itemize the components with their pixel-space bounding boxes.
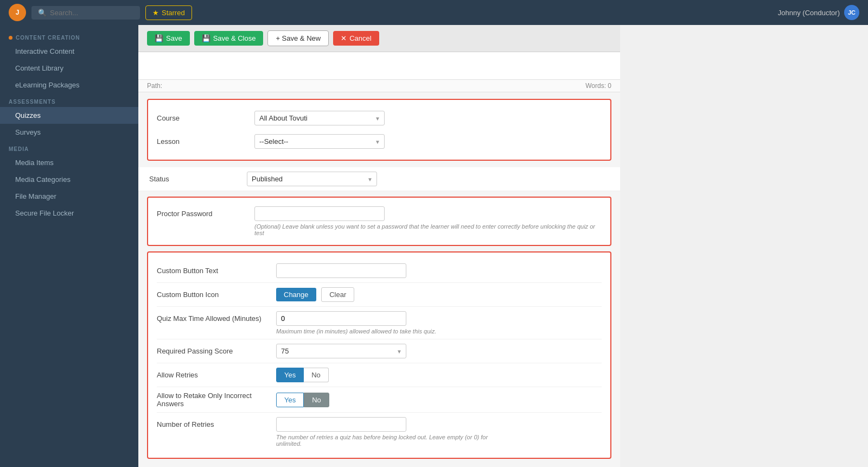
status-select[interactable]: Published [247,172,377,186]
allow-retries-toggle: Yes No [276,368,329,382]
allow-retake-toggle: Yes No [276,393,329,407]
topbar-search[interactable]: 🔍 [31,6,140,20]
course-label: Course [157,114,254,122]
path-bar: Path: Words: 0 [138,79,620,92]
proctor-label: Proctor Password [157,206,254,218]
sidebar-item-media-items[interactable]: Media Items [0,154,138,171]
course-lesson-section: Course All About Tovuti ▼ Lesson --Selec… [147,99,611,161]
number-retries-hint: The number of retries a quiz has before … [276,434,515,447]
sidebar-item-surveys[interactable]: Surveys [0,124,138,141]
allow-retries-row: Allow Retries Yes No [157,363,602,387]
app-logo: J [9,4,26,21]
quiz-options-section: Custom Button Text Custom Button Icon Ch… [147,251,611,459]
main-content: 💾 Save 💾 Save & Close + Save & New ✕ Can… [138,25,620,467]
custom-button-icon-row: Custom Button Icon Change Clear [157,283,602,307]
lesson-select[interactable]: --Select-- [254,134,385,149]
quiz-max-time-label: Quiz Max Time Allowed (Minutes) [157,311,276,323]
allow-retries-label: Allow Retries [157,371,276,379]
lesson-label: Lesson [157,137,254,146]
custom-button-text-label: Custom Button Text [157,267,276,275]
search-input[interactable] [50,9,126,17]
sidebar-section-media: MEDIA [0,141,138,154]
passing-score-label: Required Passing Score [157,347,276,355]
avatar: JC [844,5,859,20]
save-close-button[interactable]: 💾 Save & Close [194,31,264,46]
quiz-max-time-row: Quiz Max Time Allowed (Minutes) Maximum … [157,307,602,339]
search-icon: 🔍 [38,9,47,17]
toolbar: 💾 Save 💾 Save & Close + Save & New ✕ Can… [138,25,620,52]
sidebar-item-secure-file-locker[interactable]: Secure File Locker [0,205,138,222]
sidebar-item-interactive-content[interactable]: Interactive Content [0,43,138,60]
save-close-icon: 💾 [202,34,210,42]
sidebar-item-file-manager[interactable]: File Manager [0,188,138,205]
form-area: Path: Words: 0 Course All About Tovuti ▼ [138,52,620,467]
allow-retake-no[interactable]: No [304,393,329,407]
passing-score-select[interactable]: 7580859095100 [276,344,406,358]
passing-score-row: Required Passing Score 7580859095100 ▼ [157,339,602,363]
proctor-row: Proctor Password (Optional) Leave blank … [157,204,602,238]
status-row: Status Published ▼ [138,167,620,191]
proctor-input[interactable] [254,206,385,221]
lesson-control: --Select-- ▼ [254,134,385,149]
save-button[interactable]: 💾 Save [147,31,190,46]
number-retries-row: Number of Retries The number of retries … [157,413,602,451]
allow-retries-yes[interactable]: Yes [276,368,304,382]
allow-retake-yes[interactable]: Yes [276,393,304,407]
quiz-max-time-input[interactable] [276,311,406,326]
cancel-button[interactable]: ✕ Cancel [333,31,379,46]
sidebar-section-assessments: ASSESSMENTS [0,93,138,107]
save-new-button[interactable]: + Save & New [267,30,329,46]
allow-retake-label: Allow to Retake Only Incorrect Answers [157,392,276,408]
course-control: All About Tovuti ▼ [254,111,385,125]
custom-button-text-input[interactable] [276,263,406,278]
quiz-max-time-hint: Maximum time (in minutes) allowed allowe… [276,328,436,335]
course-select[interactable]: All About Tovuti [254,111,385,125]
save-icon: 💾 [155,34,163,42]
sidebar-item-quizzes[interactable]: Quizzes [0,107,138,124]
change-button[interactable]: Change [276,288,316,301]
sidebar-item-content-library[interactable]: Content Library [0,60,138,77]
sidebar: CONTENT CREATION Interactive Content Con… [0,25,138,467]
custom-button-icon-label: Custom Button Icon [157,291,276,299]
sidebar-item-media-categories[interactable]: Media Categories [0,171,138,188]
allow-retake-row: Allow to Retake Only Incorrect Answers Y… [157,387,602,413]
number-retries-input[interactable] [276,417,406,432]
topbar-user: Johnny (Conductor) JC [778,5,859,20]
clear-button[interactable]: Clear [321,287,354,302]
cancel-icon: ✕ [341,34,347,42]
number-retries-label: Number of Retries [157,417,276,428]
course-row: Course All About Tovuti ▼ [157,106,602,130]
starred-button[interactable]: ★ Starred [145,5,192,20]
proctor-section: Proctor Password (Optional) Leave blank … [147,197,611,246]
allow-retries-no[interactable]: No [304,368,329,382]
custom-button-text-row: Custom Button Text [157,259,602,283]
lesson-row: Lesson --Select-- ▼ [157,130,602,153]
status-label: Status [149,175,247,183]
sidebar-item-elearning[interactable]: eLearning Packages [0,77,138,93]
star-icon: ★ [152,9,159,17]
sidebar-section-content: CONTENT CREATION [0,29,138,43]
text-editor-area: Path: Words: 0 [138,52,620,92]
proctor-hint: (Optional) Leave blank unless you want t… [254,223,602,236]
